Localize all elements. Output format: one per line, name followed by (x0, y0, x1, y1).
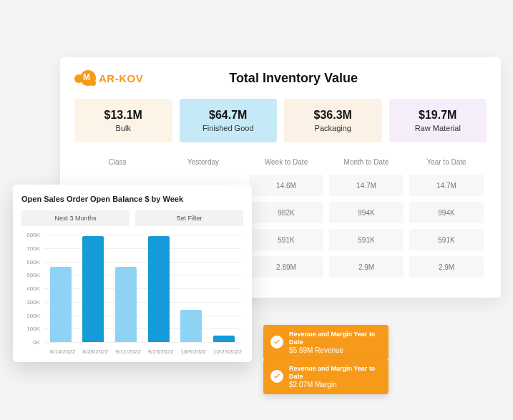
table-cell: 591K (326, 226, 406, 253)
kpi-pill-value: $2.07M Margin (289, 381, 381, 389)
kpi-value: $36.3M (290, 109, 376, 122)
kpi-pill-value: $5.69M Revenue (289, 346, 381, 354)
table-cell: 14.7M (326, 172, 406, 199)
kpi-label: Finished Good (185, 124, 272, 132)
col-header: Yesterday (160, 152, 246, 172)
y-tick-label: 500K (26, 272, 40, 278)
kpi-pill-text: Revenue and Margin Year to Date $5.69M R… (289, 331, 381, 354)
page-title: Total Inventory Value (100, 71, 487, 86)
chart-bar[interactable] (213, 336, 235, 342)
kpi-pill-title: Revenue and Margin Year to Date (289, 331, 381, 346)
logo-mark-icon: M (74, 70, 96, 86)
y-tick-label: 300K (26, 298, 40, 305)
kpi-card-packaging[interactable]: $36.3M Packaging (284, 99, 382, 142)
chart-bar[interactable] (82, 236, 104, 342)
chart-bar[interactable] (180, 310, 202, 342)
y-axis: 800K700K600K500K400K300K200K100K0K (21, 235, 41, 342)
x-tick-label: 10/23/2022 (213, 348, 235, 355)
chart-bars (44, 235, 240, 342)
chart-button-row: Next 3 Months Set Filter (21, 210, 243, 226)
kpi-card-finished-good[interactable]: $64.7M Finished Good (180, 99, 278, 142)
table-cell: 2.89M (246, 253, 326, 280)
kpi-value: $19.7M (395, 109, 482, 122)
chart-bar[interactable] (50, 267, 72, 342)
check-circle-icon (270, 336, 283, 348)
kpi-value: $64.7M (185, 109, 272, 122)
y-tick-label: 700K (26, 245, 40, 251)
kpi-card-row: $13.1M Bulk $64.7M Finished Good $36.3M … (74, 99, 487, 142)
kpi-card-raw-material[interactable]: $19.7M Raw Material (389, 99, 487, 142)
col-header: Class (74, 152, 160, 172)
x-tick-label: 9/11/2022 (115, 348, 137, 355)
kpi-pill-title: Revenue and Margin Year to Date (289, 365, 381, 381)
x-axis: 8/14/20228/28/20229/11/20229/25/202210/9… (44, 348, 240, 355)
table-cell: 994K (326, 199, 406, 226)
check-circle-icon (270, 370, 283, 383)
kpi-card-bulk[interactable]: $13.1M Bulk (74, 99, 172, 142)
col-header: Month to Date (326, 152, 406, 172)
y-tick-label: 600K (26, 258, 40, 265)
table-cell: 591K (406, 226, 487, 253)
kpi-label: Raw Material (395, 124, 482, 132)
kpi-value: $13.1M (80, 109, 167, 122)
table-cell: 2.9M (406, 253, 487, 280)
col-header: Year to Date (406, 152, 487, 172)
table-cell: 994K (406, 199, 487, 226)
y-tick-label: 800K (26, 232, 40, 238)
header-row: M AR-KOV Total Inventory Value (74, 70, 487, 86)
x-tick-label: 8/28/2022 (82, 348, 104, 355)
table-cell: 2.9M (326, 253, 406, 280)
table-cell: 982K (246, 199, 326, 226)
x-tick-label: 9/25/2022 (148, 348, 170, 355)
kpi-label: Bulk (80, 124, 167, 132)
table-cell: 591K (246, 226, 326, 253)
bar-chart: 800K700K600K500K400K300K200K100K0K 8/14/… (21, 235, 243, 355)
chart-bar[interactable] (115, 267, 137, 342)
x-tick-label: 10/9/2022 (180, 348, 202, 355)
kpi-pill-margin[interactable]: Revenue and Margin Year to Date $2.07M M… (263, 359, 389, 394)
y-tick-label: 0K (33, 339, 40, 346)
kpi-pill-revenue[interactable]: Revenue and Margin Year to Date $5.69M R… (263, 325, 389, 360)
chart-card: Open Sales Order Open Balance $ by Week … (13, 185, 252, 362)
col-header: Week to Date (246, 152, 326, 172)
chart-bar[interactable] (148, 236, 170, 342)
x-tick-label: 8/14/2022 (50, 348, 72, 355)
table-cell: 14.6M (246, 172, 326, 199)
kpi-label: Packaging (290, 124, 376, 132)
range-button[interactable]: Next 3 Months (21, 210, 130, 226)
table-cell: 14.7M (406, 172, 487, 199)
y-tick-label: 400K (26, 285, 40, 292)
y-tick-label: 100K (26, 326, 40, 332)
chart-title: Open Sales Order Open Balance $ by Week (21, 195, 243, 203)
set-filter-button[interactable]: Set Filter (135, 210, 243, 226)
kpi-pill-text: Revenue and Margin Year to Date $2.07M M… (289, 365, 381, 389)
y-tick-label: 200K (26, 312, 40, 318)
grid-line (44, 342, 240, 343)
